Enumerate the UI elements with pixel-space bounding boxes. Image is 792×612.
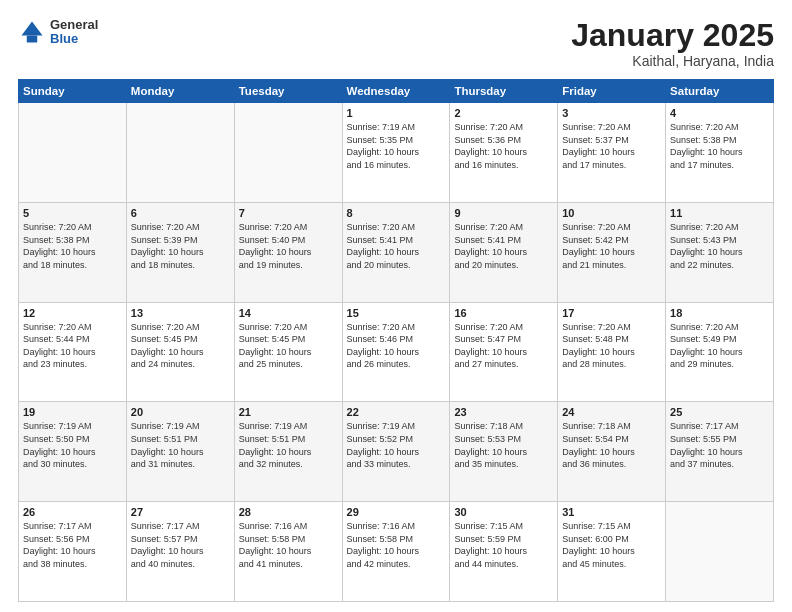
day-info: Sunrise: 7:15 AM Sunset: 5:59 PM Dayligh…	[454, 520, 553, 570]
logo-general-text: General	[50, 18, 98, 32]
day-number: 17	[562, 307, 661, 319]
col-friday: Friday	[558, 80, 666, 103]
calendar-cell: 12Sunrise: 7:20 AM Sunset: 5:44 PM Dayli…	[19, 302, 127, 402]
logo-text: General Blue	[50, 18, 98, 47]
calendar-cell: 1Sunrise: 7:19 AM Sunset: 5:35 PM Daylig…	[342, 103, 450, 203]
day-number: 3	[562, 107, 661, 119]
calendar-cell: 18Sunrise: 7:20 AM Sunset: 5:49 PM Dayli…	[666, 302, 774, 402]
col-wednesday: Wednesday	[342, 80, 450, 103]
day-number: 9	[454, 207, 553, 219]
day-info: Sunrise: 7:20 AM Sunset: 5:42 PM Dayligh…	[562, 221, 661, 271]
calendar-cell: 11Sunrise: 7:20 AM Sunset: 5:43 PM Dayli…	[666, 202, 774, 302]
day-number: 24	[562, 406, 661, 418]
day-number: 12	[23, 307, 122, 319]
day-info: Sunrise: 7:19 AM Sunset: 5:51 PM Dayligh…	[239, 420, 338, 470]
calendar-cell: 29Sunrise: 7:16 AM Sunset: 5:58 PM Dayli…	[342, 502, 450, 602]
day-info: Sunrise: 7:20 AM Sunset: 5:48 PM Dayligh…	[562, 321, 661, 371]
day-info: Sunrise: 7:17 AM Sunset: 5:55 PM Dayligh…	[670, 420, 769, 470]
day-info: Sunrise: 7:17 AM Sunset: 5:57 PM Dayligh…	[131, 520, 230, 570]
calendar-table: Sunday Monday Tuesday Wednesday Thursday…	[18, 79, 774, 602]
day-number: 26	[23, 506, 122, 518]
day-info: Sunrise: 7:18 AM Sunset: 5:53 PM Dayligh…	[454, 420, 553, 470]
calendar-cell	[666, 502, 774, 602]
day-number: 21	[239, 406, 338, 418]
logo-icon	[18, 18, 46, 46]
day-number: 2	[454, 107, 553, 119]
calendar-cell: 28Sunrise: 7:16 AM Sunset: 5:58 PM Dayli…	[234, 502, 342, 602]
day-info: Sunrise: 7:15 AM Sunset: 6:00 PM Dayligh…	[562, 520, 661, 570]
day-info: Sunrise: 7:20 AM Sunset: 5:49 PM Dayligh…	[670, 321, 769, 371]
day-info: Sunrise: 7:19 AM Sunset: 5:35 PM Dayligh…	[347, 121, 446, 171]
day-info: Sunrise: 7:20 AM Sunset: 5:38 PM Dayligh…	[23, 221, 122, 271]
col-tuesday: Tuesday	[234, 80, 342, 103]
col-sunday: Sunday	[19, 80, 127, 103]
col-saturday: Saturday	[666, 80, 774, 103]
day-number: 22	[347, 406, 446, 418]
logo-blue-text: Blue	[50, 32, 98, 46]
calendar-cell: 6Sunrise: 7:20 AM Sunset: 5:39 PM Daylig…	[126, 202, 234, 302]
calendar-cell: 16Sunrise: 7:20 AM Sunset: 5:47 PM Dayli…	[450, 302, 558, 402]
calendar-cell	[234, 103, 342, 203]
calendar-cell: 19Sunrise: 7:19 AM Sunset: 5:50 PM Dayli…	[19, 402, 127, 502]
calendar-cell: 31Sunrise: 7:15 AM Sunset: 6:00 PM Dayli…	[558, 502, 666, 602]
calendar-week-1: 1Sunrise: 7:19 AM Sunset: 5:35 PM Daylig…	[19, 103, 774, 203]
calendar-cell: 23Sunrise: 7:18 AM Sunset: 5:53 PM Dayli…	[450, 402, 558, 502]
calendar-cell: 21Sunrise: 7:19 AM Sunset: 5:51 PM Dayli…	[234, 402, 342, 502]
calendar-cell: 26Sunrise: 7:17 AM Sunset: 5:56 PM Dayli…	[19, 502, 127, 602]
calendar-cell: 22Sunrise: 7:19 AM Sunset: 5:52 PM Dayli…	[342, 402, 450, 502]
day-number: 16	[454, 307, 553, 319]
day-info: Sunrise: 7:20 AM Sunset: 5:47 PM Dayligh…	[454, 321, 553, 371]
day-info: Sunrise: 7:20 AM Sunset: 5:41 PM Dayligh…	[347, 221, 446, 271]
day-number: 1	[347, 107, 446, 119]
calendar-cell: 7Sunrise: 7:20 AM Sunset: 5:40 PM Daylig…	[234, 202, 342, 302]
day-number: 28	[239, 506, 338, 518]
calendar-cell: 24Sunrise: 7:18 AM Sunset: 5:54 PM Dayli…	[558, 402, 666, 502]
day-info: Sunrise: 7:20 AM Sunset: 5:44 PM Dayligh…	[23, 321, 122, 371]
day-number: 5	[23, 207, 122, 219]
calendar-week-4: 19Sunrise: 7:19 AM Sunset: 5:50 PM Dayli…	[19, 402, 774, 502]
calendar-cell: 4Sunrise: 7:20 AM Sunset: 5:38 PM Daylig…	[666, 103, 774, 203]
col-thursday: Thursday	[450, 80, 558, 103]
day-number: 8	[347, 207, 446, 219]
calendar-cell	[126, 103, 234, 203]
day-info: Sunrise: 7:20 AM Sunset: 5:41 PM Dayligh…	[454, 221, 553, 271]
day-number: 30	[454, 506, 553, 518]
day-info: Sunrise: 7:16 AM Sunset: 5:58 PM Dayligh…	[239, 520, 338, 570]
page: General Blue January 2025 Kaithal, Harya…	[0, 0, 792, 612]
calendar-cell: 30Sunrise: 7:15 AM Sunset: 5:59 PM Dayli…	[450, 502, 558, 602]
day-info: Sunrise: 7:20 AM Sunset: 5:45 PM Dayligh…	[131, 321, 230, 371]
day-number: 15	[347, 307, 446, 319]
calendar-cell: 25Sunrise: 7:17 AM Sunset: 5:55 PM Dayli…	[666, 402, 774, 502]
day-info: Sunrise: 7:17 AM Sunset: 5:56 PM Dayligh…	[23, 520, 122, 570]
svg-marker-0	[22, 22, 43, 36]
title-block: January 2025 Kaithal, Haryana, India	[571, 18, 774, 69]
calendar-cell: 2Sunrise: 7:20 AM Sunset: 5:36 PM Daylig…	[450, 103, 558, 203]
calendar-cell: 5Sunrise: 7:20 AM Sunset: 5:38 PM Daylig…	[19, 202, 127, 302]
calendar-cell: 27Sunrise: 7:17 AM Sunset: 5:57 PM Dayli…	[126, 502, 234, 602]
day-info: Sunrise: 7:19 AM Sunset: 5:52 PM Dayligh…	[347, 420, 446, 470]
calendar-cell: 17Sunrise: 7:20 AM Sunset: 5:48 PM Dayli…	[558, 302, 666, 402]
day-info: Sunrise: 7:19 AM Sunset: 5:51 PM Dayligh…	[131, 420, 230, 470]
day-number: 27	[131, 506, 230, 518]
calendar-location: Kaithal, Haryana, India	[571, 53, 774, 69]
day-number: 23	[454, 406, 553, 418]
calendar-cell: 8Sunrise: 7:20 AM Sunset: 5:41 PM Daylig…	[342, 202, 450, 302]
day-number: 29	[347, 506, 446, 518]
day-info: Sunrise: 7:20 AM Sunset: 5:45 PM Dayligh…	[239, 321, 338, 371]
day-info: Sunrise: 7:20 AM Sunset: 5:39 PM Dayligh…	[131, 221, 230, 271]
calendar-week-2: 5Sunrise: 7:20 AM Sunset: 5:38 PM Daylig…	[19, 202, 774, 302]
calendar-cell: 3Sunrise: 7:20 AM Sunset: 5:37 PM Daylig…	[558, 103, 666, 203]
day-info: Sunrise: 7:18 AM Sunset: 5:54 PM Dayligh…	[562, 420, 661, 470]
calendar-cell: 14Sunrise: 7:20 AM Sunset: 5:45 PM Dayli…	[234, 302, 342, 402]
day-number: 4	[670, 107, 769, 119]
day-number: 13	[131, 307, 230, 319]
day-info: Sunrise: 7:20 AM Sunset: 5:43 PM Dayligh…	[670, 221, 769, 271]
calendar-week-5: 26Sunrise: 7:17 AM Sunset: 5:56 PM Dayli…	[19, 502, 774, 602]
header: General Blue January 2025 Kaithal, Harya…	[18, 18, 774, 69]
day-info: Sunrise: 7:20 AM Sunset: 5:36 PM Dayligh…	[454, 121, 553, 171]
day-number: 20	[131, 406, 230, 418]
day-info: Sunrise: 7:19 AM Sunset: 5:50 PM Dayligh…	[23, 420, 122, 470]
calendar-cell: 20Sunrise: 7:19 AM Sunset: 5:51 PM Dayli…	[126, 402, 234, 502]
svg-rect-1	[27, 36, 38, 43]
day-number: 18	[670, 307, 769, 319]
